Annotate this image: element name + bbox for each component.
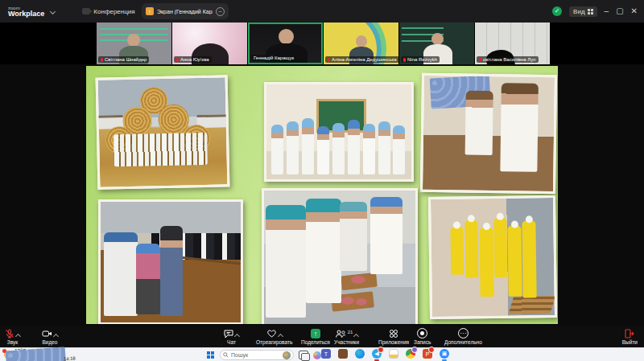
student-figure — [500, 83, 539, 172]
clock-widget[interactable]: 14:18 21.10.2025 — [52, 356, 76, 361]
apps-grid-icon — [389, 329, 398, 338]
react-label: Отреагировать — [256, 339, 292, 345]
video-tile-anna-yurieva[interactable]: Анна Юр'єва — [172, 23, 247, 64]
edge-app-icon[interactable] — [355, 349, 365, 359]
share-button[interactable]: ↑ Поделиться — [301, 326, 330, 347]
tab-shared-screen[interactable]: ↑ Экран (Геннадий Каращук) – — [142, 3, 229, 19]
student-figure — [465, 91, 493, 155]
student-figure — [306, 199, 341, 303]
participants-button[interactable]: 21 Участники — [334, 326, 359, 347]
egg-lab-scene — [423, 76, 555, 191]
student-figure — [302, 118, 314, 174]
yellow-suit-figure — [522, 220, 536, 297]
video-tile-svitlana-shnaider[interactable]: Світлана Шнайдер — [97, 23, 171, 64]
mic-muted-icon — [5, 329, 14, 338]
react-chevron-icon[interactable] — [278, 333, 283, 338]
chat-button[interactable]: Чат — [224, 326, 239, 347]
participant-head — [356, 35, 367, 47]
more-ellipsis-icon: ⋯ — [458, 328, 469, 338]
student-group — [114, 133, 208, 166]
time-label: 14:18 — [52, 356, 76, 361]
leave-button[interactable]: Выйти — [622, 326, 638, 347]
video-tile-gennadii-karashchuk[interactable]: Геннадій Каращук — [248, 23, 323, 64]
powerpoint-app-icon[interactable]: P — [423, 349, 432, 359]
yellow-suit-figure — [450, 227, 464, 275]
student-figure — [393, 125, 405, 174]
telegram-app-icon[interactable]: ◀ — [372, 349, 382, 359]
search-box[interactable]: Пошук — [220, 350, 294, 360]
student-figure — [363, 124, 375, 174]
yellow-suit-figure — [507, 226, 522, 297]
name-chip: Світлана Шнайдер — [98, 56, 149, 63]
screen-tab-label: Экран (Геннадий Каращук) — [157, 9, 213, 14]
share-screen-icon: ↑ — [311, 329, 320, 338]
copilot-button[interactable] — [313, 351, 321, 359]
video-tile-svitlana-vasylivna[interactable]: світлана Василівна Луп — [475, 23, 550, 64]
windows-start-button[interactable] — [207, 351, 215, 359]
yellow-suit-figure — [464, 219, 478, 277]
name-chip: Аліна-Ангеліна Дедушинська — [325, 56, 398, 63]
student-figure — [340, 202, 367, 271]
participant-name: світлана Василівна Луп — [483, 57, 536, 62]
hay-scene — [98, 77, 228, 187]
photo-classroom-group — [264, 82, 414, 182]
maximize-button[interactable]: ▢ — [616, 0, 623, 23]
notes-app-icon[interactable] — [389, 349, 398, 359]
files-app-icon[interactable] — [338, 349, 348, 359]
chat-chevron-icon[interactable] — [234, 333, 240, 338]
participants-chevron-icon[interactable] — [353, 333, 359, 338]
view-button[interactable]: Вид — [569, 6, 597, 17]
minimize-button[interactable]: – — [605, 0, 609, 23]
audio-button[interactable]: Звук — [5, 326, 20, 347]
wooden-pallet — [508, 296, 555, 314]
zoom-app-icon[interactable]: ▣ — [440, 349, 449, 359]
mic-muted-icon — [328, 58, 330, 62]
student-figure — [266, 205, 306, 318]
name-chip: Анна Юр'єва — [174, 56, 212, 63]
notification-badge — [378, 347, 384, 353]
windows-taskbar: 12°C Sunny Пошук T ◀ P ▣ ✎ УКР — [0, 347, 644, 361]
view-label: Вид — [573, 8, 584, 15]
tab-conference[interactable]: Конференция — [82, 8, 134, 15]
photo-egg-lab-pair — [420, 73, 557, 194]
security-shield-icon[interactable]: ✓ — [552, 6, 562, 16]
audio-chevron-icon[interactable] — [15, 333, 21, 338]
more-button[interactable]: ⋯ Дополнительно — [444, 326, 482, 347]
notification-badge — [411, 347, 418, 353]
zoom-workplace-logo[interactable]: zoom Workplace — [8, 6, 44, 18]
student-figure — [378, 121, 390, 174]
zoom-title-bar: zoom Workplace Конференция ↑ Экран (Генн… — [0, 0, 644, 23]
visitor-figure — [136, 244, 160, 314]
student-figure — [370, 197, 402, 274]
record-button[interactable]: Запись — [414, 326, 431, 347]
participant-head — [431, 33, 444, 45]
video-tile-alina-anhelina-dedushynska[interactable]: Аліна-Ангеліна Дедушинська — [324, 23, 398, 64]
workspace-chevron-down-icon[interactable] — [50, 8, 56, 14]
more-label: Дополнительно — [444, 339, 482, 345]
student-figure — [271, 125, 283, 174]
audio-label: Звук — [7, 339, 18, 345]
zoom-meeting-toolbar: Звук Видео Чат Отреа — [0, 326, 644, 347]
video-tile-nina-rezvykh[interactable]: Nina Rezvykh — [399, 23, 474, 64]
search-placeholder: Пошук — [231, 352, 280, 358]
close-button[interactable]: ✕ — [631, 0, 638, 23]
teams-app-icon[interactable]: T — [321, 349, 331, 359]
video-button[interactable]: Видео — [42, 326, 58, 347]
mic-muted-icon — [101, 58, 103, 62]
photo-students-hay-bales — [96, 75, 230, 189]
chrome-app-icon[interactable] — [406, 349, 415, 359]
screen-tab-remove-icon[interactable]: – — [216, 7, 225, 16]
participants-count-badge: 21 — [348, 330, 353, 334]
photo-yellow-suits-group — [428, 195, 557, 319]
mic-muted-icon — [176, 58, 179, 62]
task-view-button[interactable] — [299, 351, 308, 359]
name-chip: світлана Василівна Луп — [477, 56, 539, 63]
yellow-suit-scene — [431, 198, 555, 317]
participant-body — [266, 43, 308, 64]
apps-button[interactable]: Приложения — [378, 326, 409, 347]
participant-name: Світлана Шнайдер — [105, 57, 147, 62]
participant-video-strip: Світлана Шнайдер Анна Юр'єва Геннадій Ка… — [0, 23, 644, 64]
student-figure — [332, 123, 345, 174]
react-button[interactable]: Отреагировать — [256, 326, 292, 347]
video-chevron-icon[interactable] — [53, 333, 59, 338]
